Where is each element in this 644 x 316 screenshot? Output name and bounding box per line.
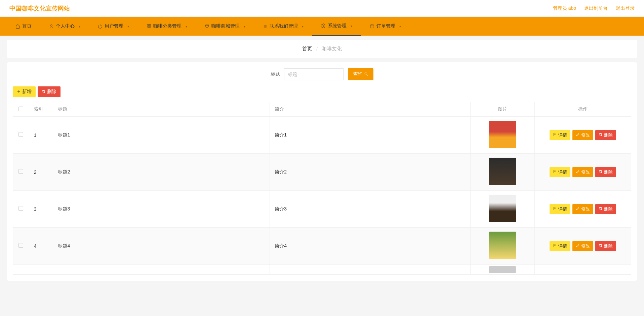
svg-rect-10: [370, 25, 374, 28]
row-thumbnail[interactable]: [489, 195, 516, 222]
plus-icon: [17, 89, 21, 94]
svg-rect-2: [149, 25, 151, 26]
select-all-checkbox[interactable]: [18, 107, 23, 111]
list-icon: [263, 24, 268, 29]
detail-label: 详情: [558, 206, 567, 212]
trash-icon: [599, 243, 603, 248]
nav-label: 系统管理: [328, 23, 347, 29]
nav-shop-mgmt[interactable]: 咖啡商城管理 ▾: [196, 17, 254, 36]
breadcrumb-current: 咖啡文化: [322, 46, 342, 51]
row-checkbox[interactable]: [18, 169, 23, 174]
nav-label: 首页: [22, 23, 32, 29]
edit-button[interactable]: 修改: [572, 204, 593, 214]
edit-icon: [576, 169, 580, 174]
doc-icon: [553, 243, 557, 248]
delete-button-label: 删除: [47, 89, 56, 95]
th-ops: 操作: [535, 102, 631, 117]
row-checkbox[interactable]: [18, 243, 23, 248]
row-delete-button[interactable]: 删除: [595, 204, 616, 214]
detail-label: 详情: [558, 243, 567, 249]
table-row: 4 标题4 简介4 详情 修改 删除: [13, 228, 631, 265]
svg-rect-4: [149, 27, 151, 28]
th-index: 索引: [29, 102, 53, 117]
row-delete-button[interactable]: 删除: [595, 130, 616, 140]
edit-icon: [576, 132, 580, 137]
admin-link[interactable]: 管理员 abo: [553, 5, 576, 11]
nav-system-mgmt[interactable]: 系统管理 ▾: [312, 17, 361, 36]
svg-rect-1: [147, 25, 149, 26]
table-row: [13, 265, 631, 275]
toolbar: 新增 删除: [7, 86, 637, 102]
nav-profile[interactable]: 个人中心 ▾: [40, 17, 89, 36]
cell-intro: 简介2: [270, 154, 471, 191]
search-button[interactable]: 查询: [348, 68, 373, 80]
detail-button[interactable]: 详情: [550, 167, 570, 177]
detail-button[interactable]: 详情: [550, 130, 570, 140]
nav-category-mgmt[interactable]: 咖啡分类管理 ▾: [138, 17, 196, 36]
chevron-down-icon: ▾: [351, 24, 352, 28]
add-button[interactable]: 新增: [13, 86, 36, 97]
content-panel: 标题 查询 新增 删除 索引: [7, 62, 637, 281]
search-input[interactable]: [284, 68, 344, 80]
cell-index: 1: [29, 117, 53, 154]
delete-button[interactable]: 删除: [38, 86, 61, 97]
chevron-down-icon: ▾: [302, 25, 304, 28]
grid-icon: [147, 24, 151, 29]
doc-icon: [553, 132, 557, 137]
nav-home[interactable]: 首页: [7, 17, 40, 36]
edit-icon: [576, 206, 580, 211]
row-delete-button[interactable]: 删除: [595, 241, 616, 251]
row-delete-label: 删除: [604, 132, 613, 138]
cell-intro: 简介1: [270, 117, 471, 154]
search-label: 标题: [271, 71, 280, 77]
table-row: 2 标题2 简介2 详情 修改 删除: [13, 154, 631, 191]
th-title: 标题: [53, 102, 270, 117]
nav-user-mgmt[interactable]: 用户管理 ▾: [89, 17, 138, 36]
detail-label: 详情: [558, 169, 567, 175]
cell-intro: 简介3: [270, 191, 471, 228]
row-thumbnail[interactable]: [489, 158, 516, 185]
detail-button[interactable]: 详情: [550, 241, 570, 251]
chevron-down-icon: ▾: [186, 25, 187, 28]
header: 中国咖啡文化宣传网站 管理员 abo 退出到前台 退出登录: [0, 0, 644, 17]
row-delete-button[interactable]: 删除: [595, 167, 616, 177]
edit-label: 修改: [581, 243, 590, 249]
row-thumbnail[interactable]: [489, 266, 516, 273]
edit-label: 修改: [581, 206, 590, 212]
header-links: 管理员 abo 退出到前台 退出登录: [553, 5, 635, 11]
edit-button[interactable]: 修改: [572, 167, 593, 177]
row-thumbnail[interactable]: [489, 121, 516, 148]
edit-button[interactable]: 修改: [572, 130, 593, 140]
row-delete-label: 删除: [604, 169, 613, 175]
nav-contact-mgmt[interactable]: 联系我们管理 ▾: [254, 17, 312, 36]
row-checkbox[interactable]: [18, 206, 23, 211]
svg-point-5: [207, 25, 207, 26]
goto-front-link[interactable]: 退出到前台: [584, 5, 608, 11]
breadcrumb-home[interactable]: 首页: [302, 46, 312, 51]
cell-index: 2: [29, 154, 53, 191]
chevron-down-icon: ▾: [79, 25, 80, 28]
trash-icon: [599, 132, 603, 137]
th-intro: 简介: [270, 102, 471, 117]
nav-order-mgmt[interactable]: 订单管理 ▾: [361, 17, 410, 36]
nav-label: 个人中心: [56, 23, 75, 29]
logout-link[interactable]: 退出登录: [616, 5, 635, 11]
trash-icon: [42, 89, 46, 94]
row-thumbnail[interactable]: [489, 232, 516, 259]
row-checkbox[interactable]: [18, 132, 23, 137]
nav-label: 订单管理: [376, 23, 395, 29]
nav-bar: 首页 个人中心 ▾ 用户管理 ▾ 咖啡分类管理 ▾ 咖啡商城管理 ▾ 联系我们管…: [0, 17, 644, 36]
edit-button[interactable]: 修改: [572, 241, 593, 251]
chevron-down-icon: ▾: [399, 25, 401, 28]
nav-label: 咖啡分类管理: [153, 23, 182, 29]
cell-title: 标题3: [53, 191, 270, 228]
svg-point-14: [365, 73, 367, 75]
user-icon: [49, 24, 54, 29]
gear-icon: [321, 24, 326, 28]
edit-label: 修改: [581, 169, 590, 175]
calendar-icon: [370, 24, 374, 29]
search-row: 标题 查询: [7, 68, 637, 86]
detail-button[interactable]: 详情: [550, 204, 570, 214]
data-table: 索引 标题 简介 图片 操作 1 标题1 简介1 详情: [13, 102, 631, 275]
search-button-label: 查询: [353, 71, 363, 77]
